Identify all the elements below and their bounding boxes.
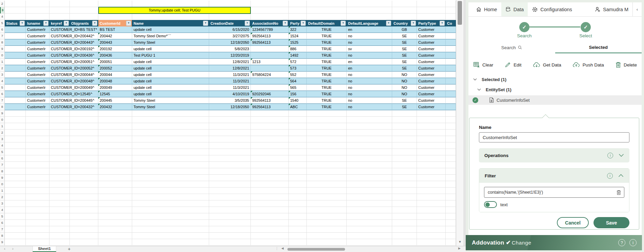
cell-lang[interactable]: [347, 213, 392, 220]
cell-name[interactable]: [132, 123, 209, 130]
cell-lang[interactable]: no: [347, 33, 392, 39]
cell-luname[interactable]: CustomerIr: [26, 97, 49, 104]
cell-date[interactable]: [209, 226, 251, 233]
cell-keyref[interactable]: [49, 239, 70, 246]
cell-party[interactable]: [289, 136, 307, 142]
cell-party[interactable]: 1524: [289, 33, 307, 39]
cell-domain[interactable]: [307, 200, 347, 207]
cell-co[interactable]: [446, 78, 456, 84]
grid-vertical-scrollbar[interactable]: ▼: [456, 0, 463, 246]
cell-luname[interactable]: [26, 7, 49, 14]
spreadsheet-grid[interactable]: Tommy;update cell; Test PUGU 2345Status▼…: [0, 0, 456, 246]
delete-button[interactable]: Delete: [615, 61, 637, 68]
cell-keyref[interactable]: CUSTOMER_ID=200052^: [49, 65, 98, 72]
cell-assoc[interactable]: [251, 78, 289, 84]
tab-search[interactable]: Search: [468, 42, 555, 53]
cell-date[interactable]: [209, 181, 251, 188]
cell-date[interactable]: 3/5/2035: [209, 97, 251, 104]
cell-domain[interactable]: TRUE: [307, 26, 347, 33]
cell-id[interactable]: [98, 155, 132, 162]
row-number[interactable]: 9: [0, 239, 5, 246]
cell-assoc[interactable]: [251, 162, 289, 168]
cell-id[interactable]: [98, 14, 132, 20]
delete-filter-trash-icon[interactable]: [616, 190, 621, 195]
cell-lang[interactable]: [347, 233, 392, 239]
cell-luname[interactable]: CustomerIr: [26, 52, 49, 59]
cell-country[interactable]: [392, 188, 417, 194]
cell-name[interactable]: [132, 226, 209, 233]
cell-domain[interactable]: [307, 162, 347, 168]
nav-home[interactable]: Home: [472, 2, 501, 16]
cell-ptype[interactable]: Customer: [417, 46, 446, 52]
cell-assoc[interactable]: 992564113: [251, 33, 289, 39]
cell-date[interactable]: 12/8/2021: [209, 65, 251, 72]
cell-party[interactable]: [289, 181, 307, 188]
cell-co[interactable]: [446, 226, 456, 233]
cell-co[interactable]: [446, 233, 456, 239]
cell-objgrants[interactable]: [70, 194, 98, 200]
cell-id[interactable]: 200442: [98, 33, 132, 39]
row-number[interactable]: 8: [0, 233, 5, 239]
scroll-down-arrow-icon[interactable]: ▼: [456, 240, 464, 244]
header-cell-luname[interactable]: luname▼: [26, 20, 49, 26]
cell-date[interactable]: 12/20/2019: [209, 52, 251, 59]
cell-objgrants[interactable]: [70, 233, 98, 239]
cell-name[interactable]: [132, 142, 209, 149]
cell-domain[interactable]: TRUE: [307, 33, 347, 39]
cell-party[interactable]: [289, 188, 307, 194]
cell-status[interactable]: [5, 207, 26, 213]
cell-objgrants[interactable]: [70, 168, 98, 175]
cell-co[interactable]: [446, 207, 456, 213]
cell-country[interactable]: [392, 155, 417, 162]
cell-date[interactable]: 12/18/2050: [209, 104, 251, 110]
header-cell-keyref[interactable]: keyref▼: [49, 20, 70, 26]
cell-lang[interactable]: no: [347, 91, 392, 97]
cell-id[interactable]: [98, 220, 132, 226]
cell-lang[interactable]: [347, 149, 392, 155]
cell-id[interactable]: 200044: [98, 72, 132, 78]
row-number[interactable]: 4: [0, 142, 5, 149]
cell-country[interactable]: SE: [392, 39, 417, 46]
cell-objgrants[interactable]: [70, 14, 98, 20]
cell-co[interactable]: [446, 130, 456, 136]
cell-assoc[interactable]: [251, 168, 289, 175]
cell-luname[interactable]: [26, 220, 49, 226]
cell-co[interactable]: [446, 26, 456, 33]
get-data-button[interactable]: Get Data: [533, 61, 561, 68]
filter-dropdown-button[interactable]: ▼: [245, 21, 250, 26]
cell-keyref[interactable]: [49, 226, 70, 233]
cell-id[interactable]: 200443: [98, 39, 132, 46]
cell-co[interactable]: [446, 175, 456, 181]
cell-keyref[interactable]: CUSTOMER_ID=200442^: [49, 33, 98, 39]
cell-country[interactable]: [392, 123, 417, 130]
cell-name[interactable]: [132, 194, 209, 200]
cell-domain[interactable]: TRUE: [307, 59, 347, 65]
cell-ptype[interactable]: Customer: [417, 33, 446, 39]
cell-keyref[interactable]: [49, 142, 70, 149]
row-number[interactable]: 0: [0, 181, 5, 188]
cell-status[interactable]: [5, 72, 26, 78]
filter-dropdown-button[interactable]: ▼: [126, 21, 131, 26]
cell-status[interactable]: [5, 110, 26, 117]
cell-assoc[interactable]: [251, 84, 289, 91]
cell-party[interactable]: [289, 226, 307, 233]
cell-country[interactable]: [392, 110, 417, 117]
cell-status[interactable]: [5, 142, 26, 149]
cell-co[interactable]: [446, 149, 456, 155]
cell-status[interactable]: [5, 39, 26, 46]
row-number[interactable]: 3: [0, 7, 5, 14]
cell-keyref[interactable]: [49, 181, 70, 188]
row-number[interactable]: 7: [0, 162, 5, 168]
cell-luname[interactable]: CustomerIr: [26, 78, 49, 84]
operations-section-header[interactable]: Operations i: [479, 148, 629, 162]
cell-objgrants[interactable]: [70, 142, 98, 149]
cell-domain[interactable]: [307, 213, 347, 220]
cell-domain[interactable]: TRUE: [307, 84, 347, 91]
cell-party[interactable]: [289, 175, 307, 181]
cell-id[interactable]: [98, 130, 132, 136]
cell-status[interactable]: [5, 226, 26, 233]
cell-luname[interactable]: CustomerIr: [26, 46, 49, 52]
cell-objgrants[interactable]: [70, 213, 98, 220]
cell-luname[interactable]: CustomerIr: [26, 72, 49, 78]
cell-id[interactable]: [98, 194, 132, 200]
